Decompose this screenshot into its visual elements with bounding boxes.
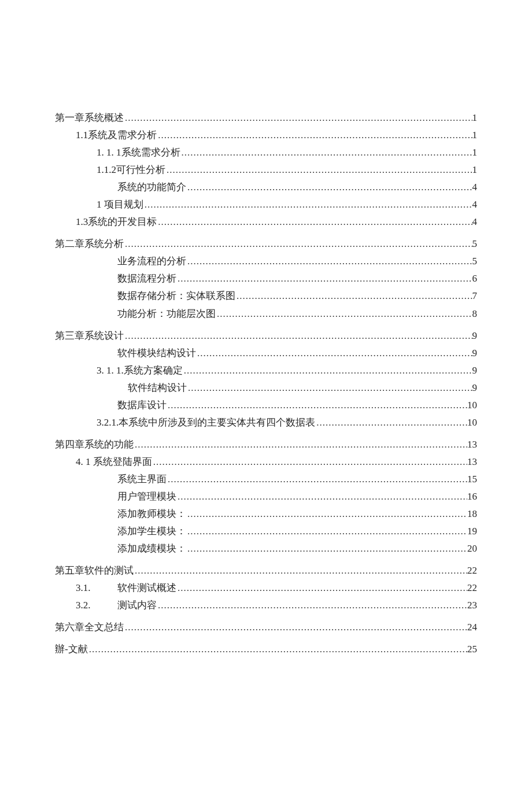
toc-entry: 用户管理模块..................................… [55, 489, 477, 505]
toc-entry-page: 7 [472, 288, 478, 304]
toc-leader-dots: ........................................… [165, 162, 472, 178]
toc-entry-page: 1 [472, 162, 478, 178]
toc-entry: 第五章软件的测试................................… [55, 563, 477, 579]
toc-entry-title: 第二章系统分析 [55, 236, 124, 252]
toc-entry: 1 项目规划..................................… [55, 197, 477, 213]
toc-entry-title: 1 项目规划 [97, 197, 143, 213]
toc-entry-page: 5 [472, 236, 478, 252]
toc-leader-dots: ........................................… [157, 597, 467, 614]
toc-leader-dots: ........................................… [152, 454, 467, 470]
toc-entry-title: 1. 1. 1系统需求分析 [97, 145, 180, 161]
toc-entry-page: 6 [472, 271, 478, 287]
toc-entry-page: 22 [467, 563, 477, 579]
toc-entry-page: 16 [467, 489, 477, 505]
toc-entry: 3. 1. 1.系统方案确定..........................… [55, 363, 477, 379]
toc-leader-dots: ........................................… [157, 214, 472, 230]
section-gap [55, 637, 477, 641]
toc-entry-prefix: 3.2. [76, 597, 117, 614]
toc-entry-title: 第一章系统概述 [55, 110, 124, 126]
toc-entry-title: 用户管理模块 [117, 489, 176, 505]
toc-entry-page: 13 [467, 437, 477, 453]
toc-entry-page: 9 [472, 380, 478, 396]
toc-entry: 1. 1. 1系统需求分析...........................… [55, 145, 477, 161]
toc-entry: 添加学生模块：.................................… [55, 523, 477, 540]
toc-leader-dots: ........................................… [124, 328, 472, 344]
toc-entry-title: 系统的功能简介 [117, 179, 186, 195]
toc-entry-page: 19 [467, 523, 477, 540]
toc-leader-dots: ........................................… [176, 580, 467, 596]
toc-entry: 第四章系统的功能................................… [55, 437, 477, 453]
toc-entry: 系统主界面...................................… [55, 471, 477, 487]
toc-entry: 添加成绩模块：.................................… [55, 541, 477, 557]
toc-entry-page: 18 [467, 506, 477, 522]
toc-leader-dots: ........................................… [183, 363, 472, 379]
section-gap [55, 558, 477, 563]
toc-entry-page: 5 [472, 253, 478, 269]
toc-leader-dots: ........................................… [186, 541, 467, 557]
toc-leader-dots: ........................................… [186, 179, 472, 195]
toc-entry-title: 业务流程的分析 [117, 253, 186, 269]
toc-entry: 3.2.1.本系统中所涉及到的主要实体共有四个数据表..............… [55, 415, 477, 431]
section-gap [55, 432, 477, 437]
toc-entry-title: 软件结构设计 [117, 380, 187, 396]
toc-entry: 4. 1 系统登陆界面.............................… [55, 454, 477, 470]
toc-entry-title: 功能分析：功能层次图 [117, 306, 216, 322]
toc-entry-page: 4 [472, 197, 478, 213]
toc-entry: 数据存储分析：实体联系图............................… [55, 288, 477, 304]
toc-entry-page: 1 [472, 145, 478, 161]
toc-page: 第一章系统概述.................................… [0, 0, 532, 705]
toc-entry-title: 系统主界面 [117, 471, 167, 487]
toc-entry: 1.3系统的开发目标..............................… [55, 214, 477, 230]
toc-entry-title: 1.1系统及需求分析 [76, 127, 157, 143]
toc-entry-page: 10 [467, 415, 477, 431]
toc-entry-title: 1.1.2可行性分析 [97, 162, 165, 178]
toc-entry-prefix: 3.1. [76, 580, 117, 596]
toc-entry: 3.1.软件测试概述..............................… [55, 580, 477, 596]
toc-entry-page: 10 [467, 397, 477, 413]
toc-entry-page: 8 [472, 306, 478, 322]
toc-entry: 添加教师模块：.................................… [55, 506, 477, 522]
toc-entry-title: 软件模块结构设计 [117, 345, 196, 361]
toc-entry: 功能分析：功能层次图..............................… [55, 306, 477, 322]
toc-entry-page: 4 [472, 179, 478, 195]
toc-leader-dots: ........................................… [235, 288, 472, 304]
toc-leader-dots: ........................................… [167, 471, 467, 487]
toc-entry: 第二章系统分析.................................… [55, 236, 477, 252]
toc-leader-dots: ........................................… [134, 437, 467, 453]
toc-entry-page: 15 [467, 471, 477, 487]
toc-entry-page: 20 [467, 541, 477, 557]
toc-entry: 业务流程的分析.................................… [55, 253, 477, 269]
toc-leader-dots: ........................................… [157, 127, 472, 143]
toc-entry-title: 1.3系统的开发目标 [76, 214, 157, 230]
toc-leader-dots: ........................................… [124, 110, 472, 126]
toc-entry-title: 辦-文献 [55, 641, 88, 657]
toc-leader-dots: ........................................… [167, 397, 467, 413]
toc-entry-title: 添加成绩模块： [117, 541, 186, 557]
section-gap [55, 231, 477, 236]
toc-entry-title: 第四章系统的功能 [55, 437, 134, 453]
toc-leader-dots: ........................................… [315, 415, 467, 431]
toc-leader-dots: ........................................… [134, 563, 467, 579]
toc-entry: 数据流程分析..................................… [55, 271, 477, 287]
toc-leader-dots: ........................................… [124, 619, 467, 635]
toc-entry-title: 第三章系统设计 [55, 328, 124, 344]
toc-leader-dots: ........................................… [88, 641, 467, 657]
toc-entry: 软件模块结构设计................................… [55, 345, 477, 361]
toc-leader-dots: ........................................… [186, 523, 467, 540]
toc-leader-dots: ........................................… [143, 197, 472, 213]
toc-leader-dots: ........................................… [186, 506, 467, 522]
toc-entry: 软件结构设计..................................… [55, 380, 477, 396]
toc-leader-dots: ........................................… [176, 489, 467, 505]
toc-entry: 1.1.2可行性分析..............................… [55, 162, 477, 178]
toc-entry-title: 3.2.1.本系统中所涉及到的主要实体共有四个数据表 [97, 415, 315, 431]
toc-entry: 第三章系统设计.................................… [55, 328, 477, 344]
toc-entry-title: 添加教师模块： [117, 506, 186, 522]
toc-entry-page: 23 [467, 597, 477, 614]
toc-entry-title: 数据流程分析 [117, 271, 176, 287]
toc-entry: 系统的功能简介.................................… [55, 179, 477, 195]
toc-entry-page: 4 [472, 214, 478, 230]
toc-entry: 辦-文献....................................… [55, 641, 477, 657]
toc-entry-page: 1 [472, 110, 478, 126]
section-gap [55, 615, 477, 619]
toc-entry-title: 第六章全文总结 [55, 619, 124, 635]
